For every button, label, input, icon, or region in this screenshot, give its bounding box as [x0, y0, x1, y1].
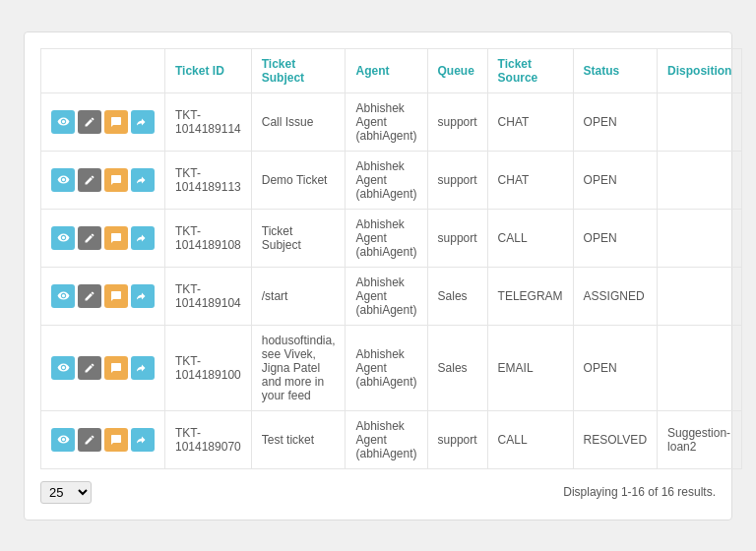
cell-ticket-subject: /start — [251, 267, 346, 325]
transfer-button[interactable] — [131, 284, 155, 308]
cell-queue: Sales — [427, 325, 487, 410]
cell-ticket-source: EMAIL — [487, 325, 573, 410]
cell-disposition — [658, 209, 742, 267]
cell-agent: Abhishek Agent (abhiAgent) — [346, 92, 427, 151]
transfer-button[interactable] — [131, 168, 155, 192]
edit-button[interactable] — [78, 110, 101, 134]
cell-queue: support — [427, 151, 487, 209]
view-button[interactable] — [51, 356, 75, 380]
col-header-ticket-subject: Ticket Subject — [251, 48, 346, 92]
cell-ticket-source: CHAT — [487, 92, 573, 151]
cell-ticket-source: CALL — [487, 209, 573, 267]
cell-disposition — [658, 151, 742, 209]
cell-agent: Abhishek Agent (abhiAgent) — [346, 410, 427, 468]
table-footer: 25 50 100 Displaying 1-16 of 16 results. — [40, 481, 716, 504]
chat-button[interactable] — [104, 168, 128, 192]
cell-agent: Abhishek Agent (abhiAgent) — [346, 209, 427, 267]
view-button[interactable] — [51, 226, 75, 250]
col-header-actions — [41, 48, 165, 92]
actions-cell — [41, 325, 165, 410]
transfer-button[interactable] — [131, 226, 155, 250]
cell-status: ASSIGNED — [573, 267, 657, 325]
view-button[interactable] — [51, 168, 75, 192]
cell-ticket-id: TKT-1014189114 — [165, 92, 252, 151]
cell-queue: support — [427, 92, 487, 151]
view-button[interactable] — [51, 428, 75, 452]
table-row: TKT-1014189108Ticket SubjectAbhishek Age… — [41, 209, 742, 267]
cell-agent: Abhishek Agent (abhiAgent) — [346, 267, 427, 325]
actions-cell — [41, 410, 165, 468]
cell-agent: Abhishek Agent (abhiAgent) — [346, 151, 427, 209]
table-row: TKT-1014189114Call IssueAbhishek Agent (… — [41, 92, 742, 151]
edit-button[interactable] — [78, 428, 101, 452]
edit-button[interactable] — [78, 284, 101, 308]
chat-button[interactable] — [104, 356, 128, 380]
cell-status: OPEN — [573, 209, 657, 267]
main-container: Ticket ID Ticket Subject Agent Queue Tic… — [24, 31, 732, 520]
col-header-queue: Queue — [427, 48, 487, 92]
cell-ticket-id: TKT-1014189113 — [165, 151, 252, 209]
cell-disposition — [658, 92, 742, 151]
cell-ticket-source: CALL — [487, 410, 573, 468]
cell-ticket-subject: Ticket Subject — [251, 209, 346, 267]
cell-queue: Sales — [427, 267, 487, 325]
cell-disposition — [658, 325, 742, 410]
cell-ticket-source: TELEGRAM — [487, 267, 573, 325]
col-header-disposition: Disposition — [658, 48, 742, 92]
transfer-button[interactable] — [131, 110, 155, 134]
cell-ticket-id: TKT-1014189070 — [165, 410, 252, 468]
cell-ticket-subject: Test ticket — [251, 410, 346, 468]
table-row: TKT-1014189100hodusoftindia, see Vivek, … — [41, 325, 742, 410]
cell-status: OPEN — [573, 151, 657, 209]
actions-cell — [41, 209, 165, 267]
col-header-status: Status — [573, 48, 657, 92]
cell-queue: support — [427, 209, 487, 267]
chat-button[interactable] — [104, 284, 128, 308]
edit-button[interactable] — [78, 226, 101, 250]
table-row: TKT-1014189113Demo TicketAbhishek Agent … — [41, 151, 742, 209]
page-size-select[interactable]: 25 50 100 — [40, 481, 92, 504]
view-button[interactable] — [51, 284, 75, 308]
cell-disposition: Suggestion-loan2 — [658, 410, 742, 468]
cell-status: OPEN — [573, 92, 657, 151]
col-header-agent: Agent — [346, 48, 427, 92]
col-header-ticket-source: Ticket Source — [487, 48, 573, 92]
edit-button[interactable] — [78, 168, 101, 192]
cell-ticket-id: TKT-1014189108 — [165, 209, 252, 267]
table-row: TKT-1014189070Test ticketAbhishek Agent … — [41, 410, 742, 468]
chat-button[interactable] — [104, 428, 128, 452]
cell-agent: Abhishek Agent (abhiAgent) — [346, 325, 427, 410]
cell-ticket-id: TKT-1014189100 — [165, 325, 252, 410]
cell-ticket-subject: Demo Ticket — [251, 151, 346, 209]
display-count: Displaying 1-16 of 16 results. — [563, 485, 716, 499]
actions-cell — [41, 267, 165, 325]
actions-cell — [41, 92, 165, 151]
tickets-table: Ticket ID Ticket Subject Agent Queue Tic… — [40, 48, 742, 469]
transfer-button[interactable] — [131, 428, 155, 452]
cell-ticket-subject: Call Issue — [251, 92, 346, 151]
cell-status: RESOLVED — [573, 410, 657, 468]
cell-ticket-subject: hodusoftindia, see Vivek, Jigna Patel an… — [251, 325, 346, 410]
cell-disposition — [658, 267, 742, 325]
transfer-button[interactable] — [131, 356, 155, 380]
cell-ticket-id: TKT-1014189104 — [165, 267, 252, 325]
cell-status: OPEN — [573, 325, 657, 410]
col-header-ticket-id: Ticket ID — [165, 48, 252, 92]
cell-queue: support — [427, 410, 487, 468]
chat-button[interactable] — [104, 226, 128, 250]
cell-ticket-source: CHAT — [487, 151, 573, 209]
view-button[interactable] — [51, 110, 75, 134]
actions-cell — [41, 151, 165, 209]
chat-button[interactable] — [104, 110, 128, 134]
edit-button[interactable] — [78, 356, 101, 380]
table-row: TKT-1014189104/startAbhishek Agent (abhi… — [41, 267, 742, 325]
